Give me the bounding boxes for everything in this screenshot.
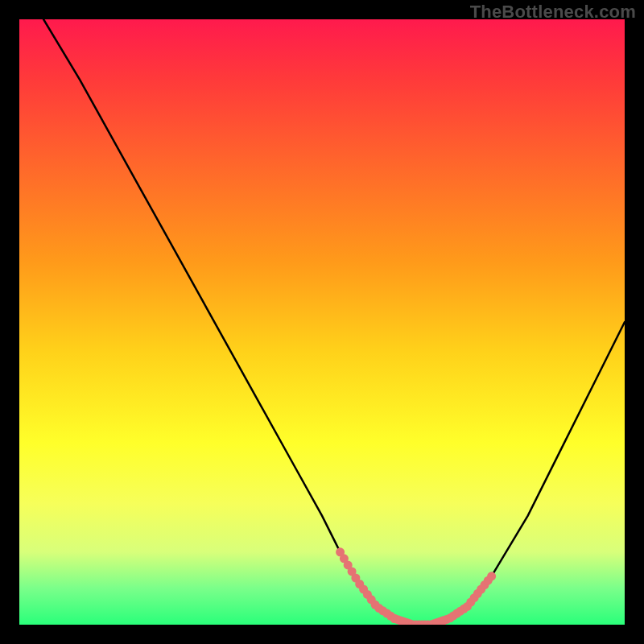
plot-area bbox=[19, 19, 625, 625]
highlight-dot bbox=[487, 572, 496, 580]
curve-svg bbox=[19, 19, 625, 625]
highlight-dot bbox=[439, 617, 448, 625]
highlight-segments bbox=[336, 547, 496, 625]
watermark-text: TheBottleneck.com bbox=[470, 2, 636, 23]
chart-frame: TheBottleneck.com bbox=[0, 0, 644, 644]
bottleneck-curve bbox=[43, 19, 625, 625]
